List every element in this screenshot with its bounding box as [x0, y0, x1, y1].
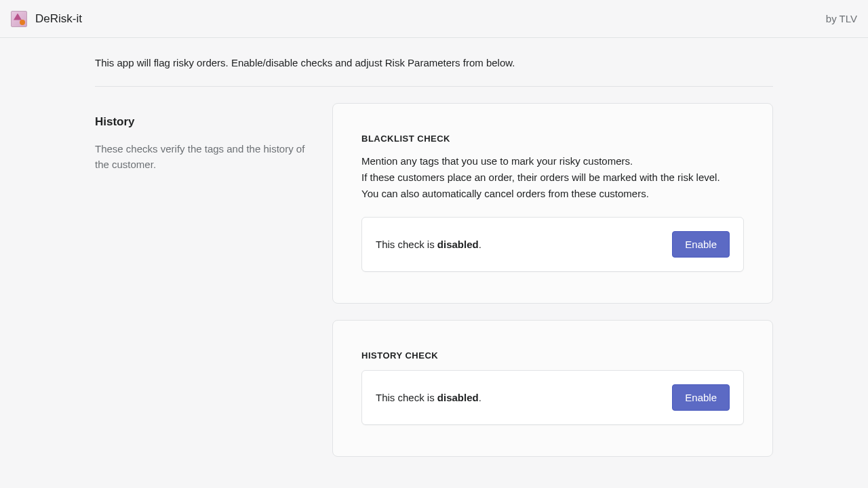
app-byline: by TLV: [826, 13, 857, 24]
blacklist-desc-line3: You can also automatically cancel orders…: [361, 188, 649, 199]
blacklist-enable-button[interactable]: Enable: [672, 231, 730, 258]
blacklist-status-state: disabled: [437, 239, 479, 250]
blacklist-desc-line2: If these customers place an order, their…: [361, 171, 720, 183]
blacklist-card-title: BLACKLIST CHECK: [361, 134, 744, 144]
header-left: DeRisk-it: [11, 11, 82, 27]
section-sidebar: History These checks verify the tags and…: [95, 103, 305, 473]
blacklist-status-box: This check is disabled. Enable: [361, 217, 744, 272]
history-card-title: HISTORY CHECK: [361, 350, 744, 361]
app-title: DeRisk-it: [35, 12, 82, 26]
content-row: History These checks verify the tags and…: [95, 103, 773, 473]
sidebar-description: These checks verify the tags and the his…: [95, 141, 305, 173]
blacklist-desc-line1: Mention any tags that you use to mark yo…: [361, 155, 633, 167]
history-status-prefix: This check is: [376, 392, 437, 403]
app-header: DeRisk-it by TLV: [0, 0, 868, 38]
blacklist-card-description: Mention any tags that you use to mark yo…: [361, 153, 744, 202]
history-status-state: disabled: [437, 392, 479, 403]
blacklist-status-prefix: This check is: [376, 239, 437, 250]
history-status-box: This check is disabled. Enable: [361, 370, 744, 425]
history-status-suffix: .: [479, 392, 481, 403]
blacklist-check-card: BLACKLIST CHECK Mention any tags that yo…: [332, 103, 773, 304]
sidebar-title: History: [95, 115, 305, 129]
history-check-card: HISTORY CHECK This check is disabled. En…: [332, 320, 773, 457]
main-container: This app will flag risky orders. Enable/…: [95, 38, 773, 473]
history-status-text: This check is disabled.: [376, 392, 481, 403]
intro-text: This app will flag risky orders. Enable/…: [95, 57, 773, 87]
history-enable-button[interactable]: Enable: [672, 384, 730, 411]
main-column: BLACKLIST CHECK Mention any tags that yo…: [332, 103, 773, 473]
blacklist-status-text: This check is disabled.: [376, 239, 481, 250]
blacklist-status-suffix: .: [479, 239, 481, 250]
app-logo-icon: [11, 11, 27, 27]
